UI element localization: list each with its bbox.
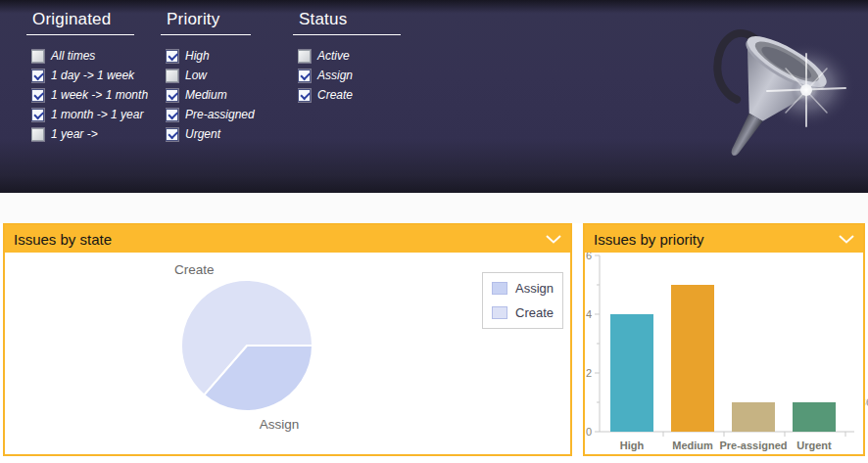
checkbox-label: 1 year -> bbox=[51, 127, 98, 141]
pie-chart-area: Create Assign Assign Create bbox=[5, 253, 570, 454]
filter-row: High bbox=[166, 46, 263, 66]
y-tick-label: 4 bbox=[586, 308, 592, 320]
legend-swatch-assign bbox=[492, 282, 507, 295]
checkbox-1year-plus[interactable] bbox=[31, 128, 44, 141]
panel-issues-by-priority: Issues by priority 0246HighMediumPre-ass… bbox=[583, 223, 865, 456]
filter-row: Low bbox=[166, 66, 263, 85]
filter-group-title: Priority bbox=[161, 10, 251, 35]
checkbox-medium[interactable] bbox=[166, 89, 178, 102]
chevron-down-icon[interactable] bbox=[839, 235, 854, 244]
y-tick-label: 2 bbox=[586, 367, 592, 379]
filter-group-priority: Priority High Low Medium Pre-assigned bbox=[161, 10, 263, 144]
legend-swatch-create bbox=[492, 306, 507, 319]
panel-header: Issues by priority bbox=[585, 225, 863, 253]
bar-chart-area: 0246HighMediumPre-assignedUrgent bbox=[585, 253, 863, 454]
checkbox-label: 1 month -> 1 year bbox=[51, 108, 143, 121]
filter-row: All times bbox=[31, 46, 148, 66]
legend-item-assign[interactable]: Assign bbox=[492, 281, 554, 296]
checkbox-1week-1month[interactable] bbox=[31, 89, 44, 102]
checkbox-all-times[interactable] bbox=[31, 50, 44, 63]
checkbox-label: Urgent bbox=[185, 127, 220, 141]
checkbox-create[interactable] bbox=[298, 89, 311, 102]
checkbox-high[interactable] bbox=[166, 50, 178, 63]
filter-row: Medium bbox=[166, 85, 263, 105]
checkbox-label: 1 week -> 1 month bbox=[51, 88, 148, 102]
legend-label: Assign bbox=[515, 281, 554, 296]
checkbox-label: Assign bbox=[317, 69, 353, 82]
checkbox-label: High bbox=[185, 49, 210, 63]
checkbox-urgent[interactable] bbox=[166, 128, 178, 141]
y-tick-label: 0 bbox=[586, 426, 592, 438]
pie-slice-label-assign: Assign bbox=[240, 417, 318, 432]
bar-high[interactable] bbox=[610, 314, 653, 432]
x-category-label: Pre-assigned bbox=[719, 440, 787, 451]
checkbox-active[interactable] bbox=[298, 50, 311, 63]
pie-slice-label-create: Create bbox=[174, 262, 215, 277]
filter-group-title: Status bbox=[293, 10, 401, 35]
legend-item-create[interactable]: Create bbox=[492, 305, 554, 320]
checkbox-label: Pre-assigned bbox=[185, 108, 255, 121]
checkbox-pre-assigned[interactable] bbox=[166, 109, 178, 121]
filter-group-originated: Originated All times 1 day -> 1 week 1 w… bbox=[26, 10, 148, 144]
filter-row: Urgent bbox=[166, 124, 263, 144]
x-category-label: Urgent bbox=[796, 440, 832, 451]
panel-header: Issues by state bbox=[5, 225, 570, 253]
dashboard-screen: Originated All times 1 day -> 1 week 1 w… bbox=[0, 0, 868, 463]
x-category-label: Medium bbox=[672, 440, 713, 451]
legend-label: Create bbox=[515, 305, 554, 320]
x-category-label: High bbox=[620, 440, 645, 451]
filter-row: Pre-assigned bbox=[166, 105, 263, 124]
checkbox-low[interactable] bbox=[166, 69, 178, 82]
filter-row: 1 week -> 1 month bbox=[31, 85, 148, 105]
checkbox-1day-1week[interactable] bbox=[31, 69, 44, 82]
filter-header: Originated All times 1 day -> 1 week 1 w… bbox=[0, 0, 868, 193]
checkbox-label: Low bbox=[185, 69, 207, 82]
checkbox-label: Medium bbox=[185, 88, 227, 102]
checkbox-label: 1 day -> 1 week bbox=[51, 69, 134, 82]
filter-row: 1 day -> 1 week bbox=[31, 66, 148, 85]
panel-title: Issues by priority bbox=[594, 231, 704, 248]
checkbox-label: Create bbox=[317, 88, 353, 102]
filter-row: Active bbox=[298, 46, 407, 66]
checkbox-label: All times bbox=[51, 49, 95, 63]
checkbox-assign[interactable] bbox=[298, 69, 311, 82]
y-tick-label: 6 bbox=[586, 253, 592, 261]
bar-urgent[interactable] bbox=[793, 402, 836, 432]
toolbar-strip: Reset bbox=[0, 193, 868, 223]
filter-row: 1 year -> bbox=[31, 124, 148, 144]
funnel-icon bbox=[691, 5, 857, 171]
filter-row: Create bbox=[298, 85, 407, 105]
panel-issues-by-state: Issues by state Create Assign Assign Cre… bbox=[3, 223, 572, 456]
checkbox-label: Active bbox=[317, 49, 350, 63]
bar-chart: 0246HighMediumPre-assignedUrgent bbox=[585, 253, 863, 454]
panel-title: Issues by state bbox=[14, 231, 112, 248]
checkbox-1month-1year[interactable] bbox=[31, 109, 44, 121]
filter-group-title: Originated bbox=[26, 10, 134, 35]
filter-row: 1 month -> 1 year bbox=[31, 105, 148, 124]
filter-row: Assign bbox=[298, 66, 407, 85]
bar-medium[interactable] bbox=[671, 285, 714, 432]
bar-pre-assigned[interactable] bbox=[732, 402, 775, 432]
pie-legend: Assign Create bbox=[482, 272, 563, 329]
chevron-down-icon[interactable] bbox=[546, 235, 561, 244]
filter-group-status: Status Active Assign Create bbox=[293, 10, 407, 105]
